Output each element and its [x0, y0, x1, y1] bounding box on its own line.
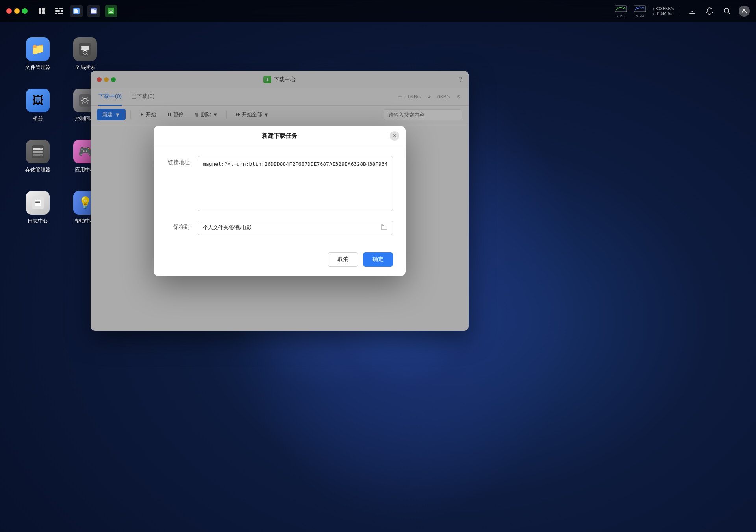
- svg-rect-33: [35, 201, 40, 202]
- desktop-icon-log[interactable]: 日志中心: [14, 182, 61, 233]
- file-manager-label: 文件管理器: [25, 64, 51, 71]
- svg-rect-8: [55, 13, 57, 14]
- svg-rect-35: [35, 204, 39, 204]
- svg-rect-16: [646, 7, 646, 10]
- save-row: 保存到: [166, 221, 393, 235]
- new-download-dialog: 新建下载任务 ✕ 链接地址 magnet:?xt=urn:btih:26DBD8…: [154, 126, 406, 276]
- taskbar-file-icon[interactable]: [70, 5, 83, 17]
- save-label: 保存到: [166, 221, 190, 231]
- traffic-light-yellow[interactable]: [14, 8, 20, 14]
- global-search-label: 全局搜索: [75, 64, 95, 71]
- desktop-icon-storage[interactable]: 存储管理器: [14, 131, 61, 182]
- user-avatar[interactable]: [739, 6, 750, 17]
- svg-rect-5: [59, 8, 63, 9]
- svg-rect-2: [39, 11, 41, 14]
- path-field-wrap: [198, 221, 393, 235]
- svg-rect-0: [39, 8, 41, 11]
- network-speeds: ↑ 303.5KB/s ↓ 81.5MB/s: [652, 7, 674, 16]
- svg-rect-1: [42, 8, 45, 11]
- log-label: 日志中心: [28, 218, 48, 224]
- svg-rect-34: [35, 202, 40, 203]
- photo-icon: 🖼: [26, 89, 50, 112]
- taskbar-download-icon[interactable]: [105, 5, 117, 17]
- url-textarea[interactable]: magnet:?xt=urn:btih:26DBD884F2F687DDE768…: [198, 156, 393, 211]
- file-manager-icon: 📁: [26, 37, 50, 61]
- cancel-button[interactable]: 取消: [328, 252, 358, 267]
- notification-icon[interactable]: [704, 6, 715, 17]
- search-icon[interactable]: [721, 6, 732, 17]
- taskbar-apps-icon[interactable]: [53, 5, 65, 17]
- download-speed: ↓ 81.5MB/s: [652, 11, 674, 16]
- svg-rect-14: [627, 7, 627, 10]
- svg-rect-23: [79, 94, 91, 107]
- log-icon: [26, 191, 50, 215]
- dialog-close-btn[interactable]: ✕: [390, 131, 399, 141]
- url-field-wrap: magnet:?xt=urn:btih:26DBD884F2F687DDE768…: [198, 156, 393, 213]
- path-input-container: [198, 221, 393, 235]
- folder-browse-icon[interactable]: [376, 223, 393, 232]
- link-label: 链接地址: [166, 156, 190, 166]
- taskbar-grid-icon[interactable]: [35, 5, 48, 17]
- svg-point-30: [41, 151, 42, 152]
- svg-rect-21: [81, 48, 89, 50]
- svg-point-31: [41, 154, 42, 156]
- svg-point-18: [743, 9, 745, 11]
- url-row: 链接地址 magnet:?xt=urn:btih:26DBD884F2F687D…: [166, 156, 393, 213]
- usb-icon[interactable]: [687, 6, 698, 17]
- ram-label: RAM: [636, 14, 644, 18]
- photo-label: 相册: [33, 115, 43, 122]
- cpu-monitor: CPU: [615, 5, 627, 18]
- svg-rect-3: [42, 11, 45, 14]
- confirm-button[interactable]: 确定: [363, 252, 393, 267]
- dialog-title: 新建下载任务: [262, 132, 297, 140]
- cpu-label: CPU: [617, 14, 625, 18]
- dialog-header: 新建下载任务 ✕: [154, 126, 406, 146]
- dialog-overlay: 新建下载任务 ✕ 链接地址 magnet:?xt=urn:btih:26DBD8…: [91, 71, 469, 331]
- storage-label: 存储管理器: [25, 167, 51, 173]
- dialog-body: 链接地址 magnet:?xt=urn:btih:26DBD884F2F687D…: [154, 146, 406, 252]
- svg-point-17: [724, 8, 729, 13]
- desktop-icon-file-manager[interactable]: 📁 文件管理器: [14, 28, 61, 80]
- traffic-light-red[interactable]: [6, 8, 12, 14]
- ram-monitor: RAM: [634, 5, 646, 18]
- taskbar-traffic-lights: [6, 8, 28, 14]
- taskbar-folder-icon[interactable]: [87, 5, 100, 17]
- upload-speed: ↑ 303.5KB/s: [652, 7, 674, 11]
- taskbar: CPU RAM ↑ 303.5KB/s ↓ 81.5MB/s: [0, 0, 756, 22]
- svg-rect-6: [55, 10, 60, 12]
- download-center-window: ⬇ 下载中心 ? 下载中(0) 已下载(0) ↑ 0KB/s ↓ 0KB/s ⚙: [91, 71, 469, 331]
- dialog-footer: 取消 确定: [154, 252, 406, 267]
- svg-rect-9: [58, 13, 63, 14]
- desktop-icon-photo[interactable]: 🖼 相册: [14, 80, 61, 131]
- global-search-icon: [73, 37, 97, 61]
- taskbar-separator: [680, 7, 680, 15]
- svg-rect-4: [55, 8, 58, 9]
- storage-icon: [26, 140, 50, 163]
- save-path-input[interactable]: [198, 221, 376, 235]
- svg-rect-7: [61, 10, 63, 12]
- svg-rect-20: [81, 46, 89, 48]
- traffic-light-green[interactable]: [22, 8, 28, 14]
- svg-point-29: [41, 148, 42, 149]
